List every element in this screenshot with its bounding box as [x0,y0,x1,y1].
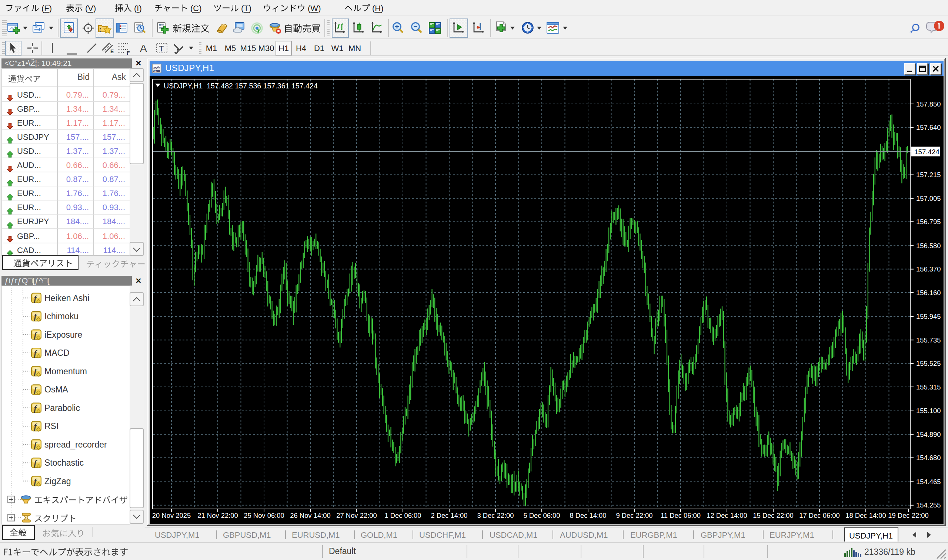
svg-text:Ichimoku: Ichimoku [45,311,79,321]
svg-text:156.795: 156.795 [916,217,940,225]
svg-text:11 Dec 06:00: 11 Dec 06:00 [660,511,700,519]
svg-text:iExposure: iExposure [45,330,82,340]
svg-text:Parabolic: Parabolic [45,403,80,413]
svg-text:15 Dec 22:00: 15 Dec 22:00 [752,511,793,519]
svg-text:154.890: 154.890 [916,430,940,438]
svg-text:26 Nov 14:00: 26 Nov 14:00 [290,511,330,519]
svg-text:21 Nov 22:00: 21 Nov 22:00 [197,511,237,519]
svg-text:T: T [159,44,164,53]
svg-text:154.680: 154.680 [916,454,940,461]
svg-text:5 Dec 06:00: 5 Dec 06:00 [523,511,559,519]
svg-text:156.580: 156.580 [916,242,940,249]
svg-text:3 Dec 22:00: 3 Dec 22:00 [477,511,513,519]
svg-text:RSI: RSI [45,421,59,431]
svg-text:154.255: 154.255 [916,501,940,509]
svg-text:8 Dec 14:00: 8 Dec 14:00 [569,511,606,519]
svg-text:Heiken Ashi: Heiken Ashi [45,293,89,303]
svg-text:Stochastic: Stochastic [45,458,84,468]
svg-text:USDJPY,H1 157.482 157.536 157: USDJPY,H1 157.482 157.536 157.361 157.42… [163,82,317,89]
svg-text:1 Dec 06:00: 1 Dec 06:00 [384,511,421,519]
svg-text:MACD: MACD [45,348,69,358]
svg-text:9 Dec 22:00: 9 Dec 22:00 [616,511,652,519]
svg-text:154.465: 154.465 [916,477,940,485]
svg-text:25 Nov 06:00: 25 Nov 06:00 [243,511,284,519]
svg-text:155.945: 155.945 [916,312,940,320]
svg-text:157.640: 157.640 [916,123,940,131]
svg-text:157.215: 157.215 [916,171,940,178]
svg-text:F: F [127,50,130,55]
svg-text:A: A [140,43,147,53]
svg-text:VA: VA [153,69,157,72]
svg-text:12 Dec 14:00: 12 Dec 14:00 [706,511,747,519]
svg-text:157.850: 157.850 [916,100,940,108]
svg-text:17 Dec 06:00: 17 Dec 06:00 [799,511,839,519]
svg-text:OsMA: OsMA [45,385,68,394]
svg-text:19 Dec 22:00: 19 Dec 22:00 [888,511,928,519]
svg-text:155.735: 155.735 [916,336,940,344]
svg-text:20 Nov 2025: 20 Nov 2025 [152,511,190,519]
svg-text:157.424: 157.424 [914,148,939,155]
svg-text:2 Dec 14:00: 2 Dec 14:00 [430,511,467,519]
svg-text:157.005: 157.005 [916,194,940,202]
svg-text:ZigZag: ZigZag [45,476,71,486]
svg-text:155.525: 155.525 [916,359,940,367]
svg-text:Momentum: Momentum [45,366,87,376]
svg-text:156.160: 156.160 [916,289,940,296]
svg-text:18 Dec 14:00: 18 Dec 14:00 [845,511,885,519]
svg-text:155.315: 155.315 [916,383,940,391]
svg-text:E: E [110,48,114,54]
svg-text:156.370: 156.370 [916,265,940,272]
svg-text:spread_recorder: spread_recorder [45,440,107,449]
svg-text:27 Nov 22:00: 27 Nov 22:00 [336,511,376,519]
svg-text:155.100: 155.100 [916,406,940,414]
